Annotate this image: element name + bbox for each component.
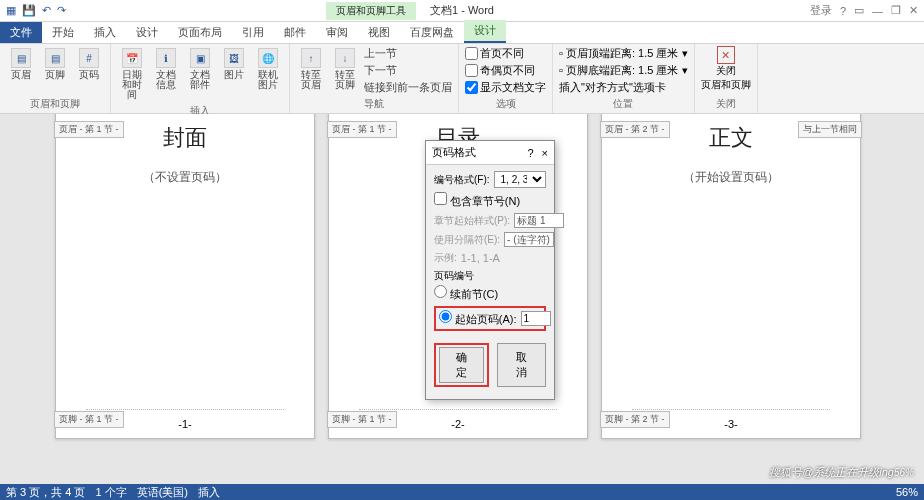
p2-header-tag: 页眉 - 第 1 节 - [327, 121, 397, 138]
start-at-field[interactable] [521, 311, 551, 326]
status-lang[interactable]: 英语(美国) [137, 485, 188, 500]
example-value: 1-1, 1-A [461, 252, 500, 264]
diff-oddeven-check[interactable]: 奇偶页不同 [465, 63, 546, 78]
show-doc-check[interactable]: 显示文档文字 [465, 80, 546, 95]
tab-home[interactable]: 开始 [42, 22, 84, 43]
tab-baidu[interactable]: 百度网盘 [400, 22, 464, 43]
tab-view[interactable]: 视图 [358, 22, 400, 43]
status-pages[interactable]: 第 3 页，共 4 页 [6, 485, 85, 500]
tab-file[interactable]: 文件 [0, 22, 42, 43]
page-number-format-dialog: 页码格式 ? × 编号格式(F): 1, 2, 3, ... 包含章节号(N) … [425, 140, 555, 400]
p3-sub: （开始设置页码） [602, 169, 860, 186]
status-words[interactable]: 1 个字 [95, 485, 126, 500]
status-zoom[interactable]: 56% [896, 486, 918, 498]
link-previous[interactable]: 链接到前一条页眉 [364, 80, 452, 95]
prev-section[interactable]: 上一节 [364, 46, 452, 61]
tab-design[interactable]: 设计 [126, 22, 168, 43]
tab-context-design[interactable]: 设计 [464, 20, 506, 43]
help-icon[interactable]: ? [840, 5, 846, 17]
format-select[interactable]: 1, 2, 3, ... [494, 171, 546, 188]
tab-layout[interactable]: 页面布局 [168, 22, 232, 43]
login-link[interactable]: 登录 [810, 3, 832, 18]
tab-insert[interactable]: 插入 [84, 22, 126, 43]
tab-review[interactable]: 审阅 [316, 22, 358, 43]
undo-icon[interactable]: ↶ [42, 4, 51, 17]
cancel-button[interactable]: 取消 [497, 343, 546, 387]
pagenum-legend: 页码编号 [434, 269, 474, 285]
picture-button[interactable]: 🖼图片 [219, 46, 249, 82]
p3-same-tag: 与上一节相同 [798, 121, 862, 138]
next-section[interactable]: 下一节 [364, 63, 452, 78]
ok-button[interactable]: 确定 [439, 347, 484, 383]
word-icon: ▦ [6, 4, 16, 17]
redo-icon[interactable]: ↷ [57, 4, 66, 17]
p2-footer-tag: 页脚 - 第 1 节 - [327, 411, 397, 428]
ribbon-options-icon[interactable]: ▭ [854, 4, 864, 17]
example-label: 示例: [434, 251, 457, 265]
p1-header-tag: 页眉 - 第 1 节 - [54, 121, 124, 138]
status-insert[interactable]: 插入 [198, 485, 220, 500]
page-1: 页眉 - 第 1 节 - 封面 （不设置页码） 页脚 - 第 1 节 - -1- [55, 114, 315, 439]
close-hf-button[interactable]: ✕ 关闭 页眉和页脚 [701, 46, 751, 92]
header-top-row[interactable]: ▫ 页眉顶端距离: 1.5 厘米 ▾ [559, 46, 688, 61]
dialog-help-icon[interactable]: ? [527, 147, 533, 159]
p1-footer-tag: 页脚 - 第 1 节 - [54, 411, 124, 428]
docpart-button[interactable]: ▣文档部件 [185, 46, 215, 92]
p1-pageno: -1- [178, 418, 191, 430]
group-hf-label: 页眉和页脚 [6, 95, 104, 111]
continue-radio[interactable]: 续前节(C) [434, 285, 498, 302]
group-close-label: 关闭 [701, 95, 751, 111]
docinfo-button[interactable]: ℹ文档信息 [151, 46, 181, 92]
dialog-close-icon[interactable]: × [542, 147, 548, 159]
p3-pageno: -3- [724, 418, 737, 430]
dialog-title: 页码格式 [432, 145, 527, 160]
p3-footer-tag: 页脚 - 第 2 节 - [600, 411, 670, 428]
separator-field [504, 232, 554, 247]
start-at-radio[interactable]: 起始页码(A): [439, 310, 517, 327]
footer-button[interactable]: ▤页脚 [40, 46, 70, 82]
chapter-style-label: 章节起始样式(P): [434, 214, 510, 228]
format-label: 编号格式(F): [434, 173, 490, 187]
close-x-icon: ✕ [717, 46, 735, 64]
close-icon[interactable]: ✕ [909, 4, 918, 17]
chapter-style-field [514, 213, 564, 228]
datetime-button[interactable]: 📅日期和时间 [117, 46, 147, 102]
onlinepic-button[interactable]: 🌐联机图片 [253, 46, 283, 92]
header-button[interactable]: ▤页眉 [6, 46, 36, 82]
p2-pageno: -2- [451, 418, 464, 430]
group-options-label: 选项 [465, 95, 546, 111]
separator-label: 使用分隔符(E): [434, 233, 500, 247]
pagenumber-button[interactable]: #页码 [74, 46, 104, 82]
insert-align-tab[interactable]: 插入"对齐方式"选项卡 [559, 80, 688, 95]
include-chapter-check[interactable]: 包含章节号(N) [434, 192, 520, 209]
diff-first-check[interactable]: 首页不同 [465, 46, 546, 61]
watermark: 搜狐号@系统正在升级ing56% [769, 463, 914, 480]
p3-header-tag: 页眉 - 第 2 节 - [600, 121, 670, 138]
minimize-icon[interactable]: — [872, 5, 883, 17]
group-nav-label: 导航 [296, 95, 452, 111]
group-position-label: 位置 [559, 95, 688, 111]
goto-footer-button[interactable]: ↓转至页脚 [330, 46, 360, 92]
document-title: 文档1 - Word [430, 3, 494, 18]
p1-sub: （不设置页码） [56, 169, 314, 186]
restore-icon[interactable]: ❐ [891, 4, 901, 17]
tab-references[interactable]: 引用 [232, 22, 274, 43]
tool-context-label: 页眉和页脚工具 [326, 2, 416, 20]
goto-header-button[interactable]: ↑转至页眉 [296, 46, 326, 92]
footer-bottom-row[interactable]: ▫ 页脚底端距离: 1.5 厘米 ▾ [559, 63, 688, 78]
save-icon[interactable]: 💾 [22, 4, 36, 17]
page-3: 页眉 - 第 2 节 - 与上一节相同 正文 （开始设置页码） 页脚 - 第 2… [601, 114, 861, 439]
tab-mailings[interactable]: 邮件 [274, 22, 316, 43]
